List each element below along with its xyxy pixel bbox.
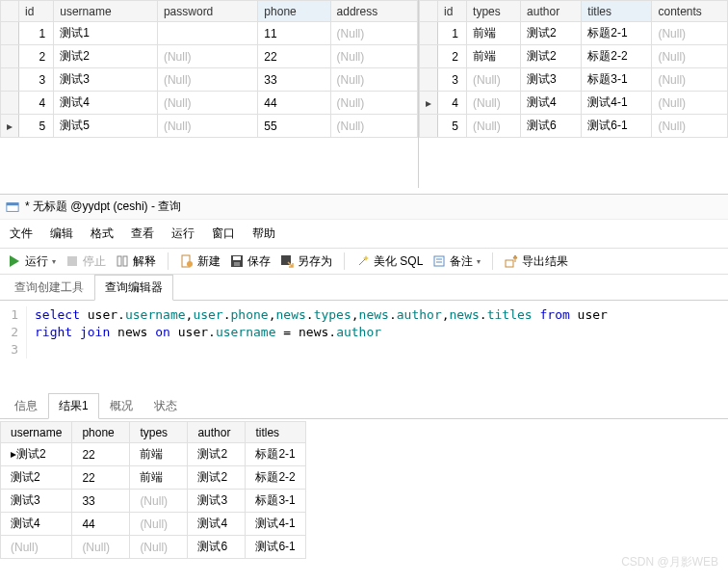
cell[interactable]: 前端 — [130, 466, 188, 490]
news-table[interactable]: idtypesauthortitlescontents1前端测试2标题2-1(N… — [419, 0, 728, 138]
cell[interactable]: 测试2 — [521, 45, 582, 68]
menu-file[interactable]: 文件 — [10, 225, 33, 242]
cell[interactable]: (Null) — [157, 45, 257, 68]
cell[interactable]: 测试4 — [54, 92, 158, 115]
cell[interactable]: 测试2 — [188, 466, 246, 490]
cell[interactable]: (Null) — [652, 68, 728, 92]
column-header[interactable]: address — [330, 1, 417, 22]
cell[interactable]: 3 — [19, 68, 54, 92]
column-header[interactable]: author — [521, 1, 582, 22]
column-header[interactable]: contents — [652, 1, 728, 22]
column-header[interactable]: password — [157, 1, 257, 22]
table-row[interactable]: 3测试3(Null)33(Null) — [1, 68, 418, 92]
cell[interactable]: (Null) — [330, 22, 417, 45]
cell[interactable]: 标题2-2 — [582, 45, 652, 68]
tab-result1[interactable]: 结果1 — [48, 393, 99, 419]
column-header[interactable]: phone — [258, 1, 330, 22]
cell[interactable]: (Null) — [72, 536, 130, 559]
cell[interactable]: 前端 — [130, 443, 188, 466]
cell[interactable]: 测试5 — [54, 115, 158, 138]
cell[interactable]: 测试3 — [54, 68, 158, 92]
cell[interactable]: 22 — [72, 443, 130, 466]
table-row[interactable]: 4测试4(Null)44(Null) — [1, 92, 418, 115]
menu-view[interactable]: 查看 — [131, 225, 154, 242]
result-row[interactable]: 测试333(Null)测试3标题3-1 — [1, 490, 306, 513]
menu-help[interactable]: 帮助 — [252, 225, 275, 242]
cell[interactable]: (Null) — [652, 45, 728, 68]
cell[interactable] — [157, 22, 257, 45]
table-row[interactable]: 5(Null)测试6测试6-1(Null) — [420, 115, 728, 138]
cell[interactable]: 44 — [258, 92, 330, 115]
column-header[interactable]: username — [1, 422, 72, 443]
save-button[interactable]: 保存 — [230, 253, 271, 270]
cell[interactable]: 22 — [72, 466, 130, 490]
menu-window[interactable]: 窗口 — [212, 225, 235, 242]
cell[interactable]: (Null) — [467, 115, 521, 138]
cell[interactable]: 测试4 — [188, 513, 246, 536]
cell[interactable]: (Null) — [157, 115, 257, 138]
table-row[interactable]: 2前端测试2标题2-2(Null) — [420, 45, 728, 68]
cell[interactable]: 测试2 — [1, 466, 72, 490]
column-header[interactable]: id — [19, 1, 54, 22]
cell[interactable]: (Null) — [467, 92, 521, 115]
column-header[interactable]: types — [467, 1, 521, 22]
cell[interactable]: (Null) — [157, 68, 257, 92]
table-row[interactable]: 2测试2(Null)22(Null) — [1, 45, 418, 68]
column-header[interactable]: types — [130, 422, 188, 443]
cell[interactable]: 测试6 — [521, 115, 582, 138]
cell[interactable]: (Null) — [330, 45, 417, 68]
cell[interactable]: 3 — [438, 68, 467, 92]
cell[interactable]: 测试3 — [188, 490, 246, 513]
cell[interactable]: 测试6-1 — [582, 115, 652, 138]
result-row[interactable]: 测试222前端测试2标题2-2 — [1, 466, 306, 490]
cell[interactable]: 33 — [258, 68, 330, 92]
column-header[interactable]: titles — [582, 1, 652, 22]
table-row[interactable]: ▸5测试5(Null)55(Null) — [1, 115, 418, 138]
cell[interactable]: 测试6 — [188, 536, 246, 559]
result-row[interactable]: 测试444(Null)测试4测试4-1 — [1, 513, 306, 536]
cell[interactable]: 4 — [438, 92, 467, 115]
cell[interactable]: 测试1 — [54, 22, 158, 45]
note-button[interactable]: 备注 ▾ — [432, 253, 481, 270]
cell[interactable]: 11 — [258, 22, 330, 45]
cell[interactable]: (Null) — [467, 68, 521, 92]
cell[interactable]: (Null) — [130, 536, 188, 559]
cell[interactable]: 测试3 — [521, 68, 582, 92]
column-header[interactable]: phone — [72, 422, 130, 443]
sql-editor[interactable]: 1select user.username,user.phone,news.ty… — [0, 301, 728, 364]
export-button[interactable]: 导出结果 — [505, 253, 568, 270]
cell[interactable]: 测试4-1 — [246, 513, 305, 536]
table-row[interactable]: 1测试111(Null) — [1, 22, 418, 45]
result-row[interactable]: (Null)(Null)(Null)测试6测试6-1 — [1, 536, 306, 559]
cell[interactable]: 55 — [258, 115, 330, 138]
explain-button[interactable]: 解释 — [116, 253, 156, 270]
tab-profile[interactable]: 概况 — [99, 393, 143, 419]
cell[interactable]: 2 — [438, 45, 467, 68]
result-row[interactable]: ▸测试222前端测试2标题2-1 — [1, 443, 306, 466]
cell[interactable]: 测试4 — [1, 513, 72, 536]
cell[interactable]: 44 — [72, 513, 130, 536]
user-table[interactable]: idusernamepasswordphoneaddress1测试111(Nul… — [0, 0, 418, 138]
tab-query-builder[interactable]: 查询创建工具 — [4, 275, 94, 301]
tab-query-editor[interactable]: 查询编辑器 — [94, 275, 173, 301]
cell[interactable]: (Null) — [130, 513, 188, 536]
cell[interactable]: 标题3-1 — [582, 68, 652, 92]
cell[interactable]: 22 — [258, 45, 330, 68]
cell[interactable]: 测试2 — [188, 443, 246, 466]
tab-status[interactable]: 状态 — [143, 393, 188, 419]
table-row[interactable]: 3(Null)测试3标题3-1(Null) — [420, 68, 728, 92]
cell[interactable]: 测试6-1 — [246, 536, 305, 559]
cell[interactable]: (Null) — [330, 115, 417, 138]
cell[interactable]: 33 — [72, 490, 130, 513]
cell[interactable]: 前端 — [467, 45, 521, 68]
cell[interactable]: 5 — [19, 115, 54, 138]
tab-info[interactable]: 信息 — [4, 393, 48, 419]
cell[interactable]: (Null) — [652, 115, 728, 138]
cell[interactable]: 标题2-1 — [246, 443, 305, 466]
menu-run[interactable]: 运行 — [171, 225, 195, 242]
cell[interactable]: 2 — [19, 45, 54, 68]
column-header[interactable]: id — [438, 1, 467, 22]
column-header[interactable]: author — [188, 422, 246, 443]
result-table[interactable]: usernamephonetypesauthortitles▸测试222前端测试… — [0, 421, 306, 559]
cell[interactable]: 5 — [438, 115, 467, 138]
